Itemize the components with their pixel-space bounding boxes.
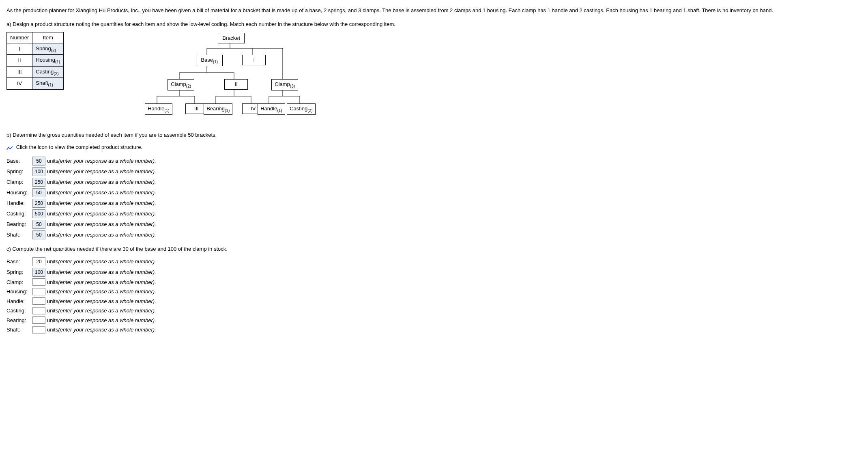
units-label: units [47, 307, 58, 315]
map-header-number: Number [7, 32, 32, 43]
answer-row: Handle: units (enter your response as a … [6, 297, 862, 305]
answer-label: Shaft: [6, 231, 31, 239]
units-label: units [47, 316, 58, 325]
part-a-label: a) Design a product structure noting the… [6, 20, 862, 28]
node-I: I [242, 55, 266, 65]
map-num: II [7, 55, 32, 67]
answer-hint: (enter your response as a whole number). [58, 231, 156, 239]
answer-label: Handle: [6, 199, 31, 207]
answer-label: Base: [6, 157, 31, 165]
answer-hint: (enter your response as a whole number). [58, 199, 156, 207]
answer-hint: (enter your response as a whole number). [58, 307, 156, 315]
answer-label: Casting: [6, 307, 31, 315]
answer-row: Bearing: units (enter your response as a… [6, 316, 862, 325]
answer-input[interactable] [32, 316, 45, 324]
answer-value[interactable]: 50 [32, 220, 45, 229]
node-clamp-2: Clamp(2) [168, 79, 194, 90]
answer-input[interactable] [32, 297, 45, 305]
map-num: IV [7, 78, 32, 90]
units-label: units [47, 178, 58, 186]
answer-row: Spring:100 units (enter your response as… [6, 167, 862, 176]
view-structure-link[interactable]: Click the icon to view the completed pro… [6, 143, 862, 151]
answer-value[interactable]: 50 [32, 188, 45, 197]
units-label: units [47, 288, 58, 296]
answer-value[interactable]: 250 [32, 199, 45, 208]
answer-hint: (enter your response as a whole number). [58, 189, 156, 197]
node-handle-a: Handle(1) [145, 103, 172, 115]
answer-label: Shaft: [6, 326, 31, 334]
answer-row: Clamp:250 units (enter your response as … [6, 178, 862, 187]
answer-hint: (enter your response as a whole number). [58, 288, 156, 296]
answer-hint: (enter your response as a whole number). [58, 268, 156, 276]
answer-row: Housing:50 units (enter your response as… [6, 188, 862, 197]
answer-row: Bearing:50 units (enter your response as… [6, 220, 862, 229]
answer-label: Housing: [6, 189, 31, 197]
answer-hint: (enter your response as a whole number). [58, 157, 156, 165]
answer-label: Spring: [6, 168, 31, 176]
answer-input[interactable]: 20 [32, 257, 45, 266]
units-label: units [47, 231, 58, 239]
node-base: Base(1) [196, 55, 223, 66]
answer-hint: (enter your response as a whole number). [58, 297, 156, 305]
answer-row: Casting:500 units (enter your response a… [6, 209, 862, 218]
units-label: units [47, 210, 58, 218]
part-b-label: b) Determine the gross quantities needed… [6, 131, 862, 139]
answer-label: Clamp: [6, 178, 31, 186]
answer-input[interactable] [32, 326, 45, 333]
answer-label: Bearing: [6, 220, 31, 228]
units-label: units [47, 199, 58, 207]
map-item: Shaft(1) [32, 78, 64, 90]
answer-row: Base:20 units (enter your response as a … [6, 257, 862, 266]
node-bracket: Bracket [218, 33, 245, 43]
answer-label: Spring: [6, 268, 31, 276]
node-clamp-3: Clamp(3) [271, 79, 298, 90]
answer-input[interactable] [32, 307, 45, 314]
answer-hint: (enter your response as a whole number). [58, 210, 156, 218]
answer-label: Handle: [6, 297, 31, 305]
answer-hint: (enter your response as a whole number). [58, 258, 156, 266]
part-c-label: c) Compute the net quantities needed if … [6, 245, 862, 253]
answer-label: Clamp: [6, 278, 31, 286]
map-num: I [7, 43, 32, 55]
answer-value[interactable]: 250 [32, 178, 45, 187]
answer-value[interactable]: 100 [32, 268, 45, 277]
node-casting-2: Casting(2) [287, 103, 315, 115]
answer-row: Base:50 units (enter your response as a … [6, 157, 862, 166]
answer-row: Clamp: units (enter your response as a w… [6, 278, 862, 286]
answer-value[interactable]: 500 [32, 209, 45, 218]
units-label: units [47, 157, 58, 165]
answer-hint: (enter your response as a whole number). [58, 220, 156, 228]
map-item: Casting(2) [32, 66, 64, 78]
answer-input[interactable] [32, 288, 45, 295]
map-item: Housing(1) [32, 55, 64, 67]
answer-value[interactable]: 100 [32, 167, 45, 176]
units-label: units [47, 268, 58, 276]
answer-row: Housing: units (enter your response as a… [6, 288, 862, 296]
units-label: units [47, 258, 58, 266]
units-label: units [47, 189, 58, 197]
answer-row: Casting: units (enter your response as a… [6, 307, 862, 315]
answer-row: Shaft:50 units (enter your response as a… [6, 230, 862, 239]
map-num: III [7, 66, 32, 78]
map-item: Spring(2) [32, 43, 64, 55]
answer-label: Base: [6, 258, 31, 266]
units-label: units [47, 297, 58, 305]
answer-value[interactable]: 50 [32, 157, 45, 166]
answer-value[interactable]: 50 [32, 230, 45, 239]
answer-label: Housing: [6, 288, 31, 296]
answer-row: Handle:250 units (enter your response as… [6, 199, 862, 208]
node-bearing: Bearing(1) [204, 103, 232, 115]
product-structure-tree: Bracket Base(1) I Clamp(2) II Clamp(3) H… [80, 32, 364, 125]
answer-label: Casting: [6, 210, 31, 218]
answer-hint: (enter your response as a whole number). [58, 316, 156, 325]
map-header-item: Item [32, 32, 64, 43]
intro-text: As the production planner for Xiangling … [6, 6, 862, 15]
answer-input[interactable] [32, 278, 45, 286]
units-label: units [47, 220, 58, 228]
chart-icon [6, 145, 13, 150]
node-II: II [224, 79, 248, 90]
item-mapping-table: Number Item ISpring(2)IIHousing(1)IIICas… [6, 32, 64, 90]
view-structure-text: Click the icon to view the completed pro… [16, 144, 142, 150]
answer-hint: (enter your response as a whole number). [58, 168, 156, 176]
answer-label: Bearing: [6, 316, 31, 325]
